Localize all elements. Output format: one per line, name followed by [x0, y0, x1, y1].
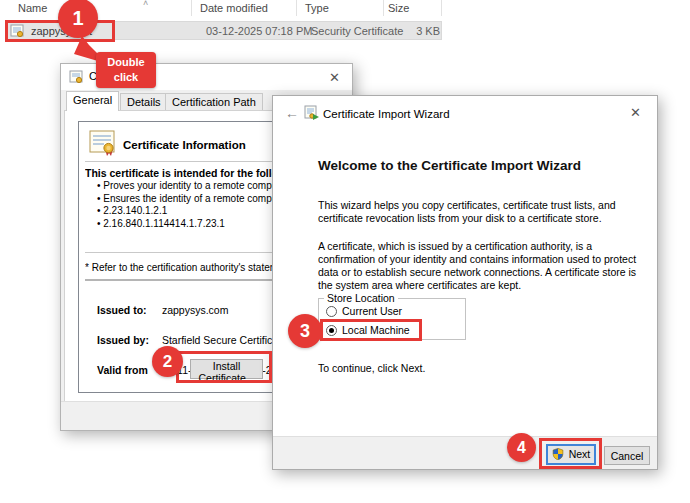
column-divider [191, 0, 192, 16]
file-size: 3 KB [414, 25, 440, 37]
issued-by-label: Issued by: [97, 334, 159, 346]
screenshot-stage: Name ˄ Date modified Type Size zappysys.… [0, 0, 690, 503]
column-divider [441, 0, 442, 16]
purpose-item: 2.23.140.1.2.1 [97, 205, 289, 218]
radio-row-current-user[interactable]: Current User [326, 305, 402, 319]
step-4-badge: 4 [507, 433, 536, 462]
intended-purposes-list: Proves your identity to a remote compute… [97, 180, 289, 230]
column-date-modified[interactable]: Date modified [200, 2, 268, 14]
issued-to-value: zappysys.com [162, 304, 229, 316]
cancel-button[interactable]: Cancel [604, 446, 650, 465]
file-date-modified: 03-12-2025 07:18 PM [206, 25, 312, 37]
file-type: Security Certificate [311, 25, 403, 37]
double-click-callout: Double click [96, 52, 156, 88]
tab-general[interactable]: General [66, 91, 119, 111]
wizard-certificate-icon [304, 105, 320, 125]
purpose-item: Ensures the identity of a remote compute… [97, 193, 289, 206]
double-click-line2: click [96, 70, 156, 85]
column-divider [296, 0, 297, 16]
certificate-seal-icon [89, 130, 116, 161]
column-divider [383, 0, 384, 16]
wizard-paragraph-1: This wizard helps you copy certificates,… [318, 199, 652, 225]
column-name[interactable]: Name [18, 2, 47, 14]
step-3-badge: 3 [288, 314, 322, 348]
close-icon[interactable]: ✕ [630, 106, 641, 119]
wizard-paragraph-2: A certificate, which is issued by a cert… [318, 240, 652, 292]
current-user-label: Current User [342, 305, 402, 317]
step-2-badge: 2 [152, 346, 183, 377]
purpose-item: 2.16.840.1.114414.1.7.23.1 [97, 218, 289, 231]
wizard-title: Certificate Import Wizard [323, 108, 450, 120]
certificate-import-wizard-dialog: ✕ ← Certificate Import Wizard Welcome to… [272, 95, 658, 470]
back-arrow-icon[interactable]: ← [285, 105, 299, 121]
double-click-line1: Double [96, 55, 156, 70]
step-4-highlight-box [539, 438, 602, 469]
certificate-window-icon [69, 70, 83, 88]
wizard-welcome-heading: Welcome to the Certificate Import Wizard [318, 158, 581, 173]
step-2-highlight-box [176, 351, 272, 383]
purpose-item: Proves your identity to a remote compute… [97, 180, 289, 193]
tab-details[interactable]: Details [120, 93, 168, 111]
tab-certification-path[interactable]: Certification Path [165, 93, 263, 111]
column-type[interactable]: Type [305, 2, 329, 14]
current-user-radio[interactable] [326, 306, 337, 317]
continue-instruction: To continue, click Next. [318, 362, 425, 374]
certificate-information-heading: Certificate Information [123, 139, 246, 151]
store-location-label: Store Location [324, 292, 398, 304]
valid-from-label: Valid from [97, 364, 159, 376]
step-3-highlight-box [320, 319, 422, 341]
issued-to-label: Issued to: [97, 304, 159, 316]
close-icon[interactable]: ✕ [329, 71, 340, 84]
issued-to-row: Issued to: zappysys.com [97, 304, 228, 316]
sort-ascending-icon[interactable]: ˄ [143, 0, 148, 8]
column-size[interactable]: Size [388, 2, 409, 14]
